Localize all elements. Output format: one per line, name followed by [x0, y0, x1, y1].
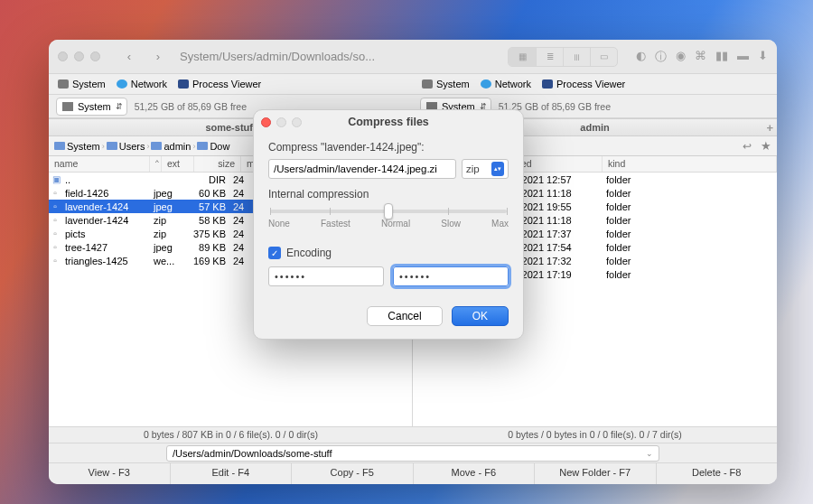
fkey-newfolder[interactable]: New Folder - F7	[535, 463, 657, 484]
tab-system-right[interactable]: System	[422, 79, 470, 89]
preview-icon[interactable]: ◉	[676, 49, 686, 65]
tab-network-right[interactable]: Network	[481, 79, 531, 89]
drive-icon	[58, 79, 69, 89]
dialog-titlebar: Compress files	[254, 110, 523, 134]
tab-process-left[interactable]: Process Viewer	[178, 79, 261, 89]
fkey-move[interactable]: Move - F6	[414, 463, 536, 484]
zoom-icon[interactable]	[90, 51, 100, 61]
nav-back-button[interactable]: ‹	[118, 49, 140, 65]
file-icon: ▫	[49, 188, 61, 198]
history-dropdown[interactable]: ↩	[743, 140, 752, 153]
path-input[interactable]: /Users/admin/Downloads/some-stuff⌄	[166, 445, 659, 462]
password-input[interactable]: ••••••	[268, 266, 384, 286]
pane-title-left: some-stuff	[205, 122, 256, 133]
close-icon[interactable]	[58, 51, 68, 61]
nav-forward-button[interactable]: ›	[147, 49, 169, 65]
status-left: 0 bytes / 807 KB in 0 / 6 file(s). 0 / 0…	[49, 427, 413, 443]
file-icon: ▫	[49, 256, 61, 266]
password-confirm-input[interactable]: ••••••	[393, 266, 509, 286]
view-icon-gallery[interactable]: ▭	[590, 48, 617, 66]
minimize-icon[interactable]	[74, 51, 84, 61]
free-space-left: 51,25 GB of 85,69 GB free	[135, 101, 247, 112]
toolbar-right: ◐ ⓘ ◉ ⌘ ▮▮ ▬ ⬇	[636, 49, 768, 65]
status-right: 0 bytes / 0 bytes in 0 / 0 file(s). 0 / …	[413, 427, 777, 443]
compress-prompt: Compress "lavender-1424.jpeg":	[268, 141, 509, 154]
file-icon: ▫	[49, 242, 61, 252]
favorite-icon[interactable]: ★	[761, 139, 771, 153]
source-tabs-left: System Network Process Viewer	[49, 74, 413, 94]
compression-label: Internal compression	[268, 188, 509, 201]
fkey-view[interactable]: View - F3	[49, 463, 171, 484]
folder-icon	[107, 142, 117, 150]
folder-icon[interactable]: ▬	[737, 49, 749, 65]
path-bar: /Users/admin/Downloads/some-stuff⌄	[49, 443, 777, 462]
ok-button[interactable]: OK	[452, 306, 509, 326]
file-icon: ▫	[49, 201, 61, 211]
window-controls	[58, 51, 100, 61]
chevron-updown-icon: ▴▾	[491, 162, 504, 176]
format-select[interactable]: zip ▴▾	[462, 159, 509, 179]
toggle-icon[interactable]: ◐	[636, 49, 646, 65]
process-icon	[178, 79, 189, 89]
folder-up-icon: ▣	[49, 174, 61, 184]
fkey-copy[interactable]: Copy - F5	[292, 463, 414, 484]
encoding-checkbox[interactable]: ✓	[268, 247, 281, 259]
view-icon-grid[interactable]: ▦	[509, 48, 536, 66]
breadcrumb-item[interactable]: admin	[151, 141, 191, 152]
file-icon: ▫	[49, 215, 61, 225]
folder-icon	[197, 142, 208, 150]
pane-title-right: admin	[580, 122, 609, 133]
download-icon[interactable]: ⬇	[758, 49, 768, 65]
source-tabs-row: System Network Process Viewer System Net…	[49, 74, 777, 95]
encoding-label: Encoding	[286, 247, 332, 259]
view-icon-cols[interactable]: ⫼	[563, 48, 590, 66]
breadcrumb-item[interactable]: Users	[107, 141, 145, 152]
breadcrumb-item[interactable]: System	[54, 141, 100, 152]
add-tab-right[interactable]: +	[766, 121, 773, 135]
drive-icon	[54, 142, 65, 150]
breadcrumb-item[interactable]: Dow	[197, 141, 229, 152]
tab-process-right[interactable]: Process Viewer	[542, 79, 625, 89]
pause-icon[interactable]: ▮▮	[715, 49, 728, 65]
drive-selector-left[interactable]: System⇵	[56, 98, 127, 116]
tab-network-left[interactable]: Network	[117, 79, 167, 89]
drive-icon	[62, 102, 73, 111]
fkey-edit[interactable]: Edit - F4	[171, 463, 293, 484]
status-bar: 0 bytes / 807 KB in 0 / 6 file(s). 0 / 0…	[49, 426, 777, 443]
compress-dialog: Compress files Compress "lavender-1424.j…	[253, 109, 524, 340]
globe-icon	[481, 79, 491, 89]
folder-icon	[151, 142, 162, 150]
view-icon-list[interactable]: ≣	[536, 48, 563, 66]
titlebar: ‹ › System/Users/admin/Downloads/so... ▦…	[49, 40, 777, 74]
link-icon[interactable]: ⌘	[695, 49, 706, 65]
function-keys: View - F3 Edit - F4 Copy - F5 Move - F6 …	[49, 462, 777, 484]
chevron-down-icon[interactable]: ⌄	[646, 449, 653, 458]
view-mode-segment[interactable]: ▦ ≣ ⫼ ▭	[508, 47, 618, 67]
chevron-updown-icon: ⇵	[116, 102, 123, 111]
tab-system-left[interactable]: System	[58, 79, 106, 89]
slider-thumb[interactable]	[384, 203, 393, 219]
titlebar-path: System/Users/admin/Downloads/so...	[180, 50, 375, 63]
fkey-delete[interactable]: Delete - F8	[657, 463, 778, 484]
compression-slider[interactable]	[270, 210, 507, 213]
dialog-title: Compress files	[254, 116, 523, 128]
drive-icon	[422, 79, 433, 89]
source-tabs-right: System Network Process Viewer	[413, 74, 777, 94]
output-path-input[interactable]	[268, 159, 456, 179]
cancel-button[interactable]: Cancel	[367, 306, 442, 326]
file-icon: ▫	[49, 229, 61, 238]
globe-icon	[117, 79, 127, 89]
slider-labels: None Fastest Normal Slow Max	[268, 219, 509, 229]
info-icon[interactable]: ⓘ	[655, 49, 667, 65]
process-icon	[542, 79, 553, 89]
